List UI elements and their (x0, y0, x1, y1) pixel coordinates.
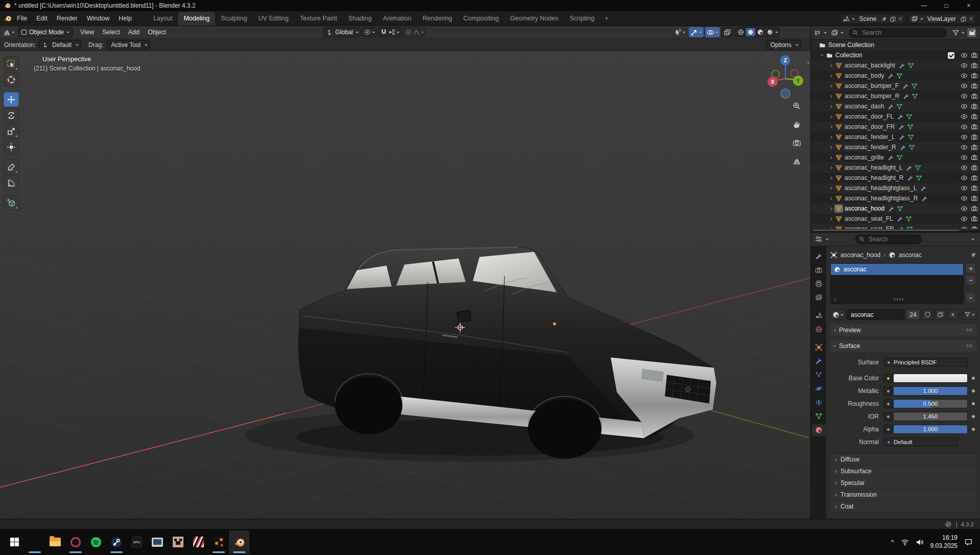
shading-wireframe-button[interactable] (736, 28, 745, 36)
tab-rendering[interactable]: Rendering (417, 12, 458, 26)
expand-icon[interactable]: › (828, 215, 834, 222)
camera-icon[interactable] (971, 215, 978, 222)
new-view-layer-icon[interactable] (960, 16, 967, 22)
start-button[interactable] (4, 530, 25, 554)
slot-expand-icon[interactable]: › (834, 296, 836, 303)
expand-icon[interactable]: › (828, 133, 834, 141)
pin-icon[interactable] (881, 16, 888, 22)
eye-icon[interactable] (961, 92, 968, 100)
eye-icon[interactable] (961, 174, 968, 181)
view-layer-selector[interactable]: ViewLayer × (908, 14, 976, 24)
tab-object[interactable] (812, 341, 826, 353)
expand-icon[interactable]: › (828, 154, 834, 161)
viewport-canvas[interactable]: User Perspective (211) Scene Collection … (0, 51, 810, 519)
tab-scene[interactable] (812, 310, 826, 321)
unlink-material-button[interactable]: × (947, 309, 959, 320)
mesh-data-icon[interactable] (915, 165, 921, 171)
menu-file[interactable]: File (12, 11, 32, 26)
keyframe-dot[interactable] (972, 415, 975, 418)
taskbar-afterburner[interactable] (188, 530, 208, 554)
shading-solid-button[interactable] (746, 28, 755, 36)
mode-dropdown[interactable]: Object Mode (18, 27, 73, 37)
eye-icon[interactable] (961, 164, 968, 171)
menu-select[interactable]: Select (98, 29, 124, 36)
fake-user-button[interactable] (922, 309, 933, 320)
eye-icon[interactable] (961, 72, 968, 79)
expand-icon[interactable]: › (828, 92, 834, 100)
outliner-row[interactable]: › asconac_seat_FL (811, 214, 980, 224)
keyframe-dot[interactable] (972, 389, 975, 392)
mesh-data-icon[interactable] (908, 144, 915, 151)
tab-animation[interactable]: Animation (378, 12, 417, 26)
outliner-search[interactable] (849, 28, 947, 38)
mesh-data-icon[interactable] (912, 93, 918, 100)
camera-icon[interactable] (971, 144, 978, 151)
socket-button[interactable] (883, 425, 893, 434)
perspective-toggle-button[interactable] (790, 154, 803, 168)
expand-icon[interactable]: › (828, 82, 834, 89)
snapping-toggle[interactable] (378, 27, 402, 37)
eye-icon[interactable] (961, 144, 968, 151)
eye-icon[interactable] (961, 205, 968, 212)
eye-icon[interactable] (961, 225, 968, 229)
mesh-data-icon[interactable] (896, 73, 903, 79)
mesh-data-icon[interactable] (907, 124, 914, 130)
mesh-data-icon[interactable] (896, 154, 903, 161)
slot-specials-button[interactable] (966, 293, 976, 303)
tool-annotate[interactable] (4, 159, 19, 174)
new-material-button[interactable] (935, 309, 946, 320)
mesh-data-icon[interactable] (905, 216, 912, 222)
mesh-object-icon[interactable] (834, 204, 843, 213)
tool-rotate[interactable] (4, 108, 19, 123)
collection-checkbox[interactable] (948, 52, 954, 59)
taskbar-spotify[interactable] (86, 530, 106, 554)
camera-icon[interactable] (971, 72, 978, 79)
eye-icon[interactable] (961, 195, 968, 202)
mesh-data-icon[interactable] (916, 175, 922, 181)
keyframe-dot[interactable] (972, 377, 975, 380)
outliner-row[interactable]: › asconac_headlight_R (811, 173, 980, 183)
camera-icon[interactable] (971, 174, 978, 181)
taskbar-epic[interactable]: EPIC (127, 530, 147, 554)
mesh-object-icon[interactable] (834, 113, 843, 121)
mesh-data-icon[interactable] (897, 205, 903, 212)
proportional-editing-toggle[interactable] (403, 27, 426, 37)
tab-modifiers[interactable] (812, 355, 826, 367)
panel-grip-icon[interactable] (966, 344, 973, 347)
mesh-data-icon[interactable] (907, 62, 914, 69)
menu-edit[interactable]: Edit (32, 11, 52, 26)
camera-icon[interactable] (971, 154, 978, 161)
mesh-object-icon[interactable] (834, 123, 843, 131)
camera-icon[interactable] (971, 195, 978, 202)
tab-uv-editing[interactable]: UV Editing (253, 12, 294, 26)
tool-transform[interactable] (4, 140, 19, 154)
eye-icon[interactable] (961, 184, 968, 192)
panel-grip-icon[interactable] (966, 329, 973, 331)
eye-icon[interactable] (961, 113, 968, 120)
panel-transmission[interactable]: › Transmission (831, 489, 976, 500)
tab-render[interactable] (812, 264, 826, 276)
outliner-row[interactable]: › asconac_backlight (811, 60, 980, 71)
visibility-dropdown[interactable] (672, 27, 687, 37)
menu-help[interactable]: Help (114, 11, 136, 26)
mesh-data-icon[interactable] (896, 103, 903, 110)
normal-dropdown[interactable]: Default (883, 437, 958, 447)
show-gizmo-toggle[interactable] (689, 27, 704, 37)
modifier-icon[interactable] (907, 175, 914, 181)
outliner-row[interactable]: › asconac_grille (811, 152, 980, 163)
mesh-object-icon[interactable] (834, 195, 843, 202)
camera-icon[interactable] (971, 225, 978, 229)
camera-icon[interactable] (971, 92, 978, 100)
mesh-object-icon[interactable] (834, 174, 843, 182)
expand-icon[interactable]: › (828, 123, 834, 130)
menu-view[interactable]: View (76, 29, 98, 36)
outliner-row[interactable]: › asconac_dash (811, 101, 980, 111)
camera-icon[interactable] (971, 82, 978, 89)
close-button[interactable]: × (958, 0, 980, 11)
roughness-slider[interactable]: 0.500 (893, 399, 968, 408)
modifier-icon[interactable] (903, 93, 909, 100)
outliner-row[interactable]: › asconac_headlightglass_L (811, 183, 980, 193)
new-scene-icon[interactable] (890, 16, 896, 22)
volume-icon[interactable] (916, 538, 924, 546)
minimize-button[interactable]: — (913, 0, 935, 11)
